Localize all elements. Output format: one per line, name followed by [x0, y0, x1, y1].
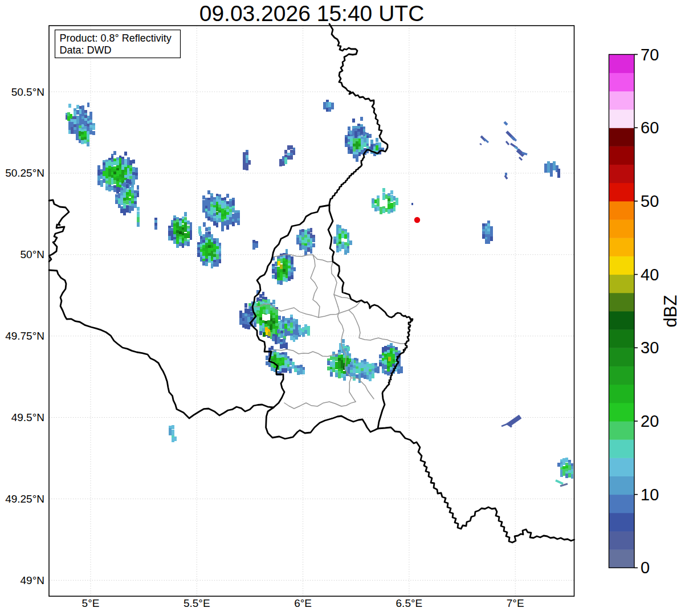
svg-text:10: 10	[641, 486, 659, 504]
svg-text:50.5°N: 50.5°N	[11, 86, 44, 98]
svg-text:50.25°N: 50.25°N	[5, 167, 44, 179]
svg-text:50: 50	[641, 192, 659, 210]
svg-text:30: 30	[641, 338, 659, 357]
svg-text:70: 70	[641, 46, 659, 64]
svg-text:Data: DWD: Data: DWD	[60, 44, 112, 56]
svg-text:49.75°N: 49.75°N	[5, 330, 44, 342]
svg-text:Product: 0.8° Reflectivity: Product: 0.8° Reflectivity	[60, 32, 172, 44]
svg-text:49.25°N: 49.25°N	[5, 493, 44, 505]
svg-text:49.5°N: 49.5°N	[11, 411, 44, 423]
svg-text:6.5°E: 6.5°E	[396, 597, 423, 609]
svg-text:5.5°E: 5.5°E	[184, 597, 210, 609]
svg-text:40: 40	[641, 266, 659, 284]
svg-text:6°E: 6°E	[294, 597, 312, 609]
svg-text:49°N: 49°N	[21, 574, 44, 586]
svg-text:50°N: 50°N	[21, 248, 44, 260]
svg-text:dBZ: dBZ	[660, 295, 680, 328]
svg-text:09.03.2026 15:40 UTC: 09.03.2026 15:40 UTC	[199, 1, 425, 26]
svg-text:20: 20	[641, 412, 659, 430]
svg-text:0: 0	[641, 558, 650, 577]
svg-text:5°E: 5°E	[82, 597, 100, 609]
svg-text:7°E: 7°E	[507, 597, 524, 609]
svg-text:60: 60	[641, 119, 659, 137]
